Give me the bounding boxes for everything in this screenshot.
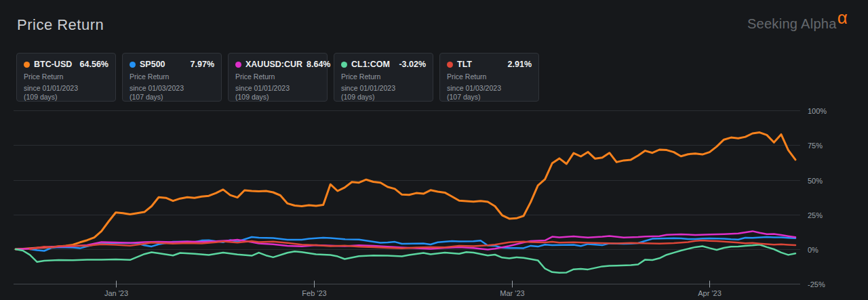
ticker-label: XAUUSD:CUR — [245, 60, 302, 69]
metric-label: Price Return — [24, 72, 108, 81]
days-count: (109 days) — [24, 93, 108, 102]
since-date: since 01/01/2023 — [235, 84, 320, 93]
x-axis-label: Jan '23 — [104, 289, 128, 297]
ticker-label: TLT — [457, 60, 472, 69]
return-value: 7.97% — [191, 60, 214, 69]
days-count: (109 days) — [341, 93, 426, 102]
legend-card-btc-usd[interactable]: BTC-USD 64.56% Price Return since 01/01/… — [16, 53, 116, 102]
x-axis-label: Apr '23 — [698, 289, 722, 297]
series-color-dot — [24, 62, 30, 68]
days-count: (107 days) — [130, 93, 214, 102]
ticker-label: BTC-USD — [34, 60, 72, 69]
return-value: 64.56% — [80, 60, 108, 69]
metric-label: Price Return — [341, 72, 426, 81]
page-title: Price Return — [17, 16, 104, 34]
legend-card-xauusd[interactable]: XAUUSD:CUR 8.64% Price Return since 01/0… — [228, 53, 328, 102]
days-count: (109 days) — [235, 93, 320, 102]
series-color-dot — [235, 62, 241, 68]
y-axis-label: 0% — [808, 246, 818, 254]
ticker-label: SP500 — [140, 60, 165, 69]
seeking-alpha-logo-text: Seeking Alpha — [747, 16, 837, 31]
since-date: since 01/03/2023 — [130, 84, 214, 93]
return-value: 2.91% — [508, 60, 532, 69]
legend-card-cl1[interactable]: CL1:COM -3.02% Price Return since 01/01/… — [334, 53, 433, 102]
metric-label: Price Return — [447, 72, 532, 81]
y-axis-label: 50% — [808, 177, 823, 185]
seeking-alpha-logo[interactable]: Seeking Alphaα — [747, 12, 847, 33]
alpha-icon: α — [837, 7, 848, 28]
return-value: -3.02% — [399, 60, 426, 69]
legend-card-tlt[interactable]: TLT 2.91% Price Return since 01/03/2023 … — [439, 53, 539, 102]
series-line-xauusd-cur[interactable] — [16, 231, 795, 249]
ticker-label: CL1:COM — [351, 60, 390, 69]
days-count: (107 days) — [447, 93, 532, 102]
y-axis-label: -25% — [808, 280, 825, 288]
series-color-dot — [447, 62, 453, 68]
series-color-dot — [341, 62, 347, 68]
price-return-chart[interactable]: 100%75%50%25%0%-25%Jan '23Feb '23Mar '23… — [0, 102, 868, 300]
y-axis-label: 75% — [808, 142, 823, 150]
series-line-btc-usd[interactable] — [16, 133, 795, 249]
y-axis-label: 25% — [808, 211, 823, 219]
x-axis-label: Mar '23 — [500, 289, 524, 297]
metric-label: Price Return — [235, 72, 320, 81]
legend-cards-row: BTC-USD 64.56% Price Return since 01/01/… — [16, 53, 539, 102]
series-color-dot — [130, 62, 136, 68]
metric-label: Price Return — [130, 72, 214, 81]
return-value: 8.64% — [307, 60, 330, 69]
y-axis-label: 100% — [808, 107, 827, 115]
legend-card-sp500[interactable]: SP500 7.97% Price Return since 01/03/202… — [122, 53, 222, 102]
since-date: since 01/01/2023 — [24, 84, 108, 93]
x-axis-label: Feb '23 — [302, 289, 326, 297]
since-date: since 01/01/2023 — [341, 84, 426, 93]
since-date: since 01/03/2023 — [447, 84, 532, 93]
